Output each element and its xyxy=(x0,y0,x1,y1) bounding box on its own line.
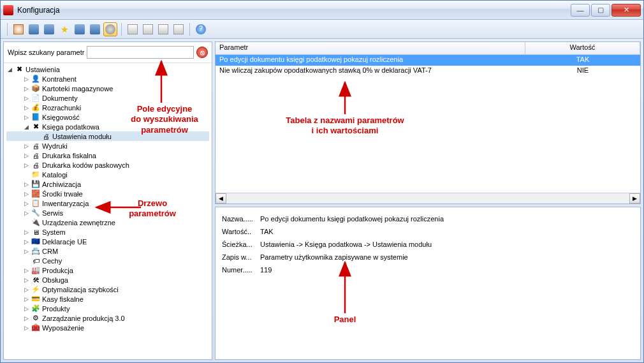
tree-item[interactable]: 🖨Ustawienia modułu xyxy=(6,131,209,141)
tree-item-label: System xyxy=(42,228,66,236)
db1-button[interactable] xyxy=(27,22,41,36)
expand-icon[interactable]: ▷ xyxy=(23,161,30,168)
expand-icon[interactable]: ▷ xyxy=(23,286,30,293)
tree-item[interactable]: ▷📇CRM xyxy=(6,246,209,256)
expand-icon[interactable]: ▷ xyxy=(23,75,30,82)
tree-item[interactable]: ▷👤Kontrahent xyxy=(6,74,209,84)
tree-item[interactable]: ▷📦Kartoteki magazynowe xyxy=(6,84,209,93)
expand-icon[interactable]: ▷ xyxy=(23,200,30,207)
expand-icon[interactable] xyxy=(23,257,30,264)
horizontal-scrollbar[interactable]: ◀ ▶ xyxy=(216,193,640,204)
search-label: Wpisz szukany parametr xyxy=(8,48,84,56)
tools-button[interactable] xyxy=(103,22,117,36)
tree-item[interactable]: 📁Katalogi xyxy=(6,170,209,179)
star-button[interactable]: ★ xyxy=(57,22,71,36)
tree-item[interactable]: ◢✖Księga podatkowa xyxy=(6,122,209,131)
tree-root[interactable]: ◢ ✖ Ustawienia xyxy=(6,64,209,74)
toolbar: ★ ? xyxy=(1,20,643,39)
tree-item[interactable]: ▷🖨Wydruki xyxy=(6,141,209,151)
clear-search-button[interactable]: ⦸ xyxy=(196,47,208,58)
expand-icon[interactable]: ▷ xyxy=(23,142,30,149)
help-button[interactable]: ? xyxy=(194,22,208,36)
tree-item-icon: 🧩 xyxy=(31,304,40,313)
close-button[interactable]: ✕ xyxy=(611,4,641,17)
expand-icon[interactable]: ▷ xyxy=(23,295,30,302)
tree-item[interactable]: ▷🧱Środki trwałe xyxy=(6,189,209,198)
column-header-parametr[interactable]: Parametr xyxy=(216,42,525,54)
expand-icon[interactable]: ▷ xyxy=(23,315,30,322)
table-body: Po edycji dokumentu księgi podatkowej po… xyxy=(216,55,640,193)
search-row: Wpisz szukany parametr ⦸ xyxy=(4,42,212,63)
expand-icon[interactable] xyxy=(23,219,30,226)
list-button[interactable] xyxy=(172,22,186,36)
rarrow-button[interactable] xyxy=(88,22,102,36)
tree-item[interactable]: 🔌Urządzenia zewnętrzne xyxy=(6,218,209,227)
tree-item[interactable]: ▷💰Rozrachunki xyxy=(6,103,209,112)
parameter-tree[interactable]: ◢ ✖ Ustawienia ▷👤Kontrahent▷📦Kartoteki m… xyxy=(4,63,212,359)
expand-icon[interactable]: ▷ xyxy=(23,238,30,245)
tree-item[interactable]: ▷🔧Serwis xyxy=(6,208,209,218)
db2-button[interactable] xyxy=(42,22,56,36)
expand-icon[interactable]: ◢ xyxy=(23,123,30,130)
table-row[interactable]: Nie wliczaj zakupów opodatkowanych stawk… xyxy=(216,66,640,77)
tree-item[interactable]: ▷🇪🇺Deklaracje UE xyxy=(6,237,209,246)
tree-item-icon: ⚡ xyxy=(31,285,40,294)
tree-item[interactable]: ▷📘Księgowość xyxy=(6,112,209,122)
right-pane: Parametr Wartość Po edycji dokumentu ksi… xyxy=(215,41,641,360)
expand-icon[interactable]: ▷ xyxy=(23,104,30,111)
tree-item-icon: 🧰 xyxy=(31,323,40,332)
expand-icon[interactable]: ▷ xyxy=(23,181,30,188)
tree-item[interactable]: ▷💾Archiwizacja xyxy=(6,179,209,189)
tree-item-label: Cechy xyxy=(42,257,62,265)
column-header-wartosc[interactable]: Wartość xyxy=(525,42,640,54)
window-title: Konfiguracja xyxy=(17,6,571,15)
tree-item[interactable]: ▷🖨Drukarka kodów paskowych xyxy=(6,160,209,170)
maximize-button[interactable]: ▢ xyxy=(591,4,610,17)
edit-button[interactable] xyxy=(126,22,140,36)
tree-item[interactable]: ▷🧰Wyposażenie xyxy=(6,323,209,332)
expand-icon[interactable]: ▷ xyxy=(23,152,30,159)
tree-item[interactable]: ▷🖥System xyxy=(6,227,209,237)
expand-icon[interactable]: ▷ xyxy=(23,228,30,235)
detail-number-value: 119 xyxy=(260,266,634,274)
expand-icon[interactable]: ▷ xyxy=(23,114,30,121)
expand-icon[interactable]: ▷ xyxy=(23,248,30,255)
table-row[interactable]: Po edycji dokumentu księgi podatkowej po… xyxy=(216,55,640,66)
expand-icon[interactable] xyxy=(23,171,30,178)
tree-item[interactable]: ▷🏭Produkcja xyxy=(6,265,209,275)
tree-item-label: Księga podatkowa xyxy=(42,123,99,131)
expand-icon[interactable]: ▷ xyxy=(23,267,30,274)
detail-value-value: TAK xyxy=(260,228,634,235)
expand-icon[interactable]: ▷ xyxy=(23,94,30,101)
search-input[interactable] xyxy=(87,46,194,59)
tree-item[interactable]: ▷🛠Obsługa xyxy=(6,275,209,285)
minimize-button[interactable]: — xyxy=(571,4,590,17)
tree-item-icon: 🖨 xyxy=(31,151,40,160)
copy-button[interactable] xyxy=(141,22,155,36)
tree-item[interactable]: ▷📋Inwentaryzacja xyxy=(6,198,209,208)
tree-item[interactable]: 🏷Cechy xyxy=(6,256,209,265)
scroll-left-button[interactable]: ◀ xyxy=(216,193,226,204)
tree-item-label: Ustawienia modułu xyxy=(52,133,112,140)
tree-item[interactable]: ▷⚙Zarządzanie produkcją 3.0 xyxy=(6,313,209,323)
expand-icon[interactable]: ▷ xyxy=(23,190,30,197)
tree-item-icon: 🇪🇺 xyxy=(31,237,40,246)
tree-item[interactable]: ▷🧩Produkty xyxy=(6,304,209,313)
home-button[interactable] xyxy=(11,22,26,36)
tree-item[interactable]: ▷🖨Drukarka fiskalna xyxy=(6,151,209,160)
tree-item[interactable]: ▷⚡Optymalizacja szybkości xyxy=(6,285,209,294)
larrow-button[interactable] xyxy=(73,22,87,36)
expand-icon[interactable]: ▷ xyxy=(23,276,30,283)
expand-icon[interactable]: ▷ xyxy=(23,85,30,92)
detail-name-value: Po edycji dokumentu księgi podatkowej po… xyxy=(260,215,634,223)
tree-item[interactable]: ▷📄Dokumenty xyxy=(6,93,209,103)
expand-icon[interactable] xyxy=(33,133,40,140)
expand-icon[interactable]: ▷ xyxy=(23,209,30,216)
scroll-right-button[interactable]: ▶ xyxy=(629,193,640,204)
expand-icon[interactable]: ▷ xyxy=(23,305,30,312)
check-button[interactable] xyxy=(156,22,170,36)
expand-icon[interactable]: ▷ xyxy=(23,324,30,331)
tree-item-label: Produkcja xyxy=(42,267,73,274)
tree-item[interactable]: ▷💳Kasy fiskalne xyxy=(6,294,209,304)
tree-item-label: Zarządzanie produkcją 3.0 xyxy=(42,315,125,322)
